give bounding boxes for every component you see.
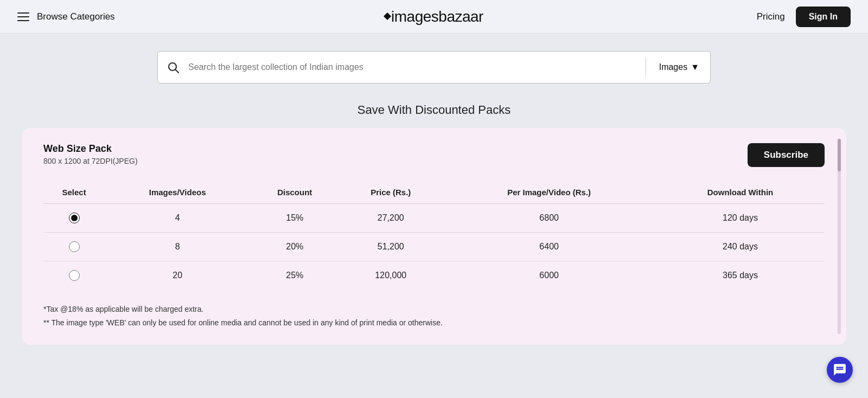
browse-categories-label[interactable]: Browse Categories <box>37 11 115 22</box>
price-cell-1: 51,200 <box>339 233 442 261</box>
radio-option-0[interactable] <box>69 213 80 223</box>
chat-button[interactable] <box>827 357 853 383</box>
per-image-cell-0: 6800 <box>442 204 656 233</box>
logo-bazaar-text: bazaar <box>438 8 483 25</box>
navbar-left: Browse Categories <box>17 11 115 22</box>
chat-icon <box>833 363 847 377</box>
footnotes: *Tax @18% as applicable will be charged … <box>43 303 825 330</box>
chevron-down-icon: ▼ <box>691 62 699 72</box>
search-type-dropdown[interactable]: Images ▼ <box>648 62 710 72</box>
per-image-cell-1: 6400 <box>442 233 656 261</box>
days-cell-1: 240 days <box>656 233 825 261</box>
days-cell-2: 365 days <box>656 261 825 290</box>
pack-table: Select Images/Videos Discount Price (Rs.… <box>43 182 825 290</box>
table-header: Select Images/Videos Discount Price (Rs.… <box>43 182 825 204</box>
search-icon <box>158 61 188 74</box>
pricing-link[interactable]: Pricing <box>757 11 785 22</box>
discount-cell-2: 25% <box>250 261 339 290</box>
days-cell-0: 120 days <box>656 204 825 233</box>
section-title: Save With Discounted Packs <box>22 103 846 117</box>
per-image-cell-2: 6000 <box>442 261 656 290</box>
radio-cell-1[interactable] <box>43 233 105 261</box>
search-box: Images ▼ <box>157 51 711 84</box>
navbar-right: Pricing Sign In <box>757 7 851 27</box>
search-input[interactable] <box>188 62 643 72</box>
price-cell-2: 120,000 <box>339 261 442 290</box>
radio-cell-0[interactable] <box>43 204 105 233</box>
pack-card: Web Size Pack 800 x 1200 at 72DPI(JPEG) … <box>22 128 846 345</box>
logo[interactable]: imagesbazaar <box>385 8 483 25</box>
signin-button[interactable]: Sign In <box>796 7 851 27</box>
pack-title: Web Size Pack <box>43 143 138 155</box>
discount-cell-0: 15% <box>250 204 339 233</box>
svg-line-1 <box>176 70 179 73</box>
footnote-1: *Tax @18% as applicable will be charged … <box>43 303 825 316</box>
table-row: 4 15% 27,200 6800 120 days <box>43 204 825 233</box>
col-header-download: Download Within <box>656 182 825 204</box>
table-row: 8 20% 51,200 6400 240 days <box>43 233 825 261</box>
search-divider <box>646 57 646 77</box>
col-header-discount: Discount <box>250 182 339 204</box>
subscribe-button[interactable]: Subscribe <box>748 143 825 167</box>
radio-option-2[interactable] <box>69 270 80 281</box>
table-body: 4 15% 27,200 6800 120 days 8 20% 51,200 … <box>43 204 825 290</box>
logo-images-text: images <box>391 8 438 25</box>
images-cell-1: 8 <box>105 233 250 261</box>
pack-header: Web Size Pack 800 x 1200 at 72DPI(JPEG) … <box>43 143 825 167</box>
col-header-select: Select <box>43 182 105 204</box>
main-content: Images ▼ Save With Discounted Packs Web … <box>0 34 868 345</box>
col-header-per-image: Per Image/Video (Rs.) <box>442 182 656 204</box>
footnote-2: ** The image type 'WEB' can only be used… <box>43 316 825 330</box>
navbar: Browse Categories imagesbazaar Pricing S… <box>0 0 868 34</box>
radio-cell-2[interactable] <box>43 261 105 290</box>
logo-diamond-icon <box>384 12 391 20</box>
table-row: 20 25% 120,000 6000 365 days <box>43 261 825 290</box>
images-cell-0: 4 <box>105 204 250 233</box>
images-cell-2: 20 <box>105 261 250 290</box>
price-cell-0: 27,200 <box>339 204 442 233</box>
scroll-thumb[interactable] <box>838 139 841 171</box>
search-type-label: Images <box>659 62 687 72</box>
col-header-price: Price (Rs.) <box>339 182 442 204</box>
pack-subtitle: 800 x 1200 at 72DPI(JPEG) <box>43 157 138 165</box>
discount-cell-1: 20% <box>250 233 339 261</box>
col-header-images: Images/Videos <box>105 182 250 204</box>
scrollbar[interactable] <box>838 139 841 334</box>
radio-option-1[interactable] <box>69 241 80 252</box>
pack-info: Web Size Pack 800 x 1200 at 72DPI(JPEG) <box>43 143 138 165</box>
hamburger-menu-icon[interactable] <box>17 12 29 21</box>
search-container: Images ▼ <box>22 51 846 84</box>
